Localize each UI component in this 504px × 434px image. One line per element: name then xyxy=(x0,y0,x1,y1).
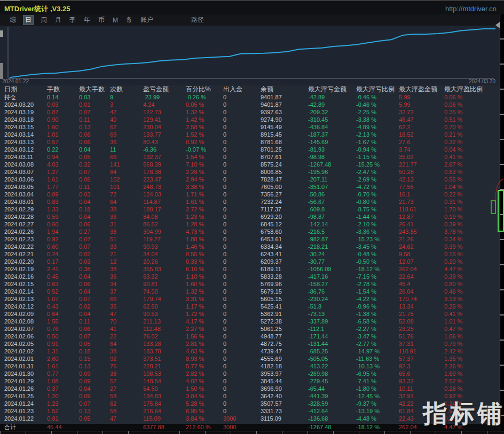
table-row[interactable]: 2024.02.280.590.043684.081.23 %06929.20-… xyxy=(0,213,500,220)
value-cell: 0.09 xyxy=(79,392,110,400)
table-row[interactable]: 2024.02.120.430.023562.501.17 %05425.41-… xyxy=(0,303,500,310)
menu-item-周[interactable]: 周 xyxy=(40,15,48,25)
date-cell: 2024.02.16 xyxy=(4,273,47,280)
menu-item-综[interactable]: 综 xyxy=(9,15,17,25)
value-cell: 0.80 % xyxy=(444,280,500,288)
table-row[interactable]: 2024.03.040.890.0372124.031.71 %07356.27… xyxy=(0,191,500,198)
table-row[interactable]: 2024.03.190.870.0747122.731.32 %09397.63… xyxy=(0,108,500,116)
table-row[interactable]: 2024.03.110.940.0566132.371.54 %08707.61… xyxy=(0,153,500,161)
total-cell: -18.12 % xyxy=(356,424,399,431)
table-row[interactable]: 2024.03.180.900.1140129.411.42 %09274.90… xyxy=(0,116,500,123)
value-cell: 8707.61 xyxy=(261,153,308,161)
value-cell: -2.25 % xyxy=(356,108,399,116)
bottom-ruler-scrollbar[interactable] xyxy=(0,431,504,434)
menu-item-年[interactable]: 年 xyxy=(83,15,91,25)
value-cell: 1.50 % xyxy=(186,385,223,392)
menu-item-路径[interactable]: 路径 xyxy=(190,15,205,25)
table-row[interactable]: 2024.02.150.630.063490.811.60 %05769.96-… xyxy=(0,280,500,288)
table-row[interactable]: 2024.03.200.030.0134.240.05 %09401.87-42… xyxy=(0,101,500,108)
total-cell: 6377.88 xyxy=(143,424,186,431)
table-row[interactable]: 2024.03.084.030.32141568.397.10 %08575.2… xyxy=(0,161,500,168)
value-cell: 0.46 % xyxy=(444,288,500,295)
value-cell: 0.13 xyxy=(79,123,110,131)
stats-table: 日期手数最大手数次数盈亏金额百分比%出入金余额最大浮亏金额最大浮亏比例最大浮盈金… xyxy=(0,85,500,424)
value-cell: -3.45 % xyxy=(356,243,399,250)
menu-item-月[interactable]: 月 xyxy=(54,15,62,25)
value-cell: 1.17 % xyxy=(186,303,223,310)
table-row[interactable]: 2024.03.051.770.11101248.733.38 %07605.0… xyxy=(0,183,500,191)
value-cell: 62.2 xyxy=(399,123,444,131)
menu-item-季[interactable]: 季 xyxy=(68,15,77,25)
table-row[interactable]: 2024.01.291.080.0957148.544.02 %03845.44… xyxy=(0,377,500,385)
table-row[interactable]: 2024.02.081.550.1170211.134.17 %05272.38… xyxy=(0,318,500,325)
table-row[interactable]: 2024.02.270.600.063186.521.28 %06845.12-… xyxy=(0,220,500,228)
menu-item-备[interactable]: 备 xyxy=(125,15,133,25)
table-row[interactable]: 2024.02.220.600.073390.931.46 %06334.34-… xyxy=(0,243,500,250)
value-cell: -171.44 xyxy=(308,333,356,340)
value-cell: 0.79 % xyxy=(444,340,500,348)
table-row[interactable]: 2024.02.160.450.043663.321.10 %05833.28-… xyxy=(0,273,500,280)
table-row[interactable]: 2024.02.021.310.1838183.784.03 %04739.47… xyxy=(0,348,500,355)
table-row[interactable]: 2024.02.210.240.022134.040.55 %06243.41-… xyxy=(0,250,500,258)
menu-item-币[interactable]: 币 xyxy=(97,15,106,25)
value-cell: 1.88 % xyxy=(186,235,223,243)
value-cell: 1.42 % xyxy=(186,116,223,123)
table-row[interactable]: 2024.01.311.610.1376228.215.77 %04182.18… xyxy=(0,362,500,370)
table-row[interactable]: 2024.01.300.770.0938108.532.82 %03953.97… xyxy=(0,370,500,377)
table-row[interactable]: 2024.02.192.410.3838355.836.10 %06189.11… xyxy=(0,265,500,273)
table-row[interactable]: 2024.02.140.520.043774.001.32 %05679.15-… xyxy=(0,288,500,295)
table-row[interactable]: 持仓0.140.039-23.99-0.26 %09401.87-42.89-0… xyxy=(0,93,500,101)
value-cell: 84.08 xyxy=(143,213,186,220)
value-cell: -328.59 xyxy=(308,400,356,407)
table-row[interactable]: 2024.03.061.610.06102223.472.94 %07828.4… xyxy=(0,176,500,183)
value-cell: 0.09 xyxy=(79,370,110,377)
value-cell: 0 xyxy=(223,168,261,176)
website-link[interactable]: http://mtdriver.cn xyxy=(445,5,497,13)
table-row[interactable]: 2024.03.071.270.0784178.382.28 %08006.85… xyxy=(0,168,500,176)
equity-chart: 2024.01.22 2024.03.20 xyxy=(0,26,500,85)
table-row[interactable]: 2024.02.050.910.0564133.282.81 %04872.75… xyxy=(0,340,500,348)
value-cell: 93.32 xyxy=(399,377,444,385)
value-cell: 0 xyxy=(223,183,261,191)
value-cell: 0.57 xyxy=(47,138,79,146)
value-cell: 0.83 xyxy=(47,198,79,206)
value-cell: 1.61 xyxy=(47,176,79,183)
table-row[interactable]: 2024.03.141.010.0669133.771.52 %08915.45… xyxy=(0,131,500,138)
table-row[interactable]: 2024.02.090.640.044790.531.72 %05362.91-… xyxy=(0,310,500,318)
value-cell: 6845.12 xyxy=(261,220,308,228)
value-cell: 188.17 xyxy=(143,206,186,213)
date-cell: 2024.02.20 xyxy=(4,258,47,265)
table-row[interactable]: 2024.02.291.330.1838188.172.72 %07117.37… xyxy=(0,206,500,213)
table-row[interactable]: 2024.02.261.940.2738304.994.73 %06758.60… xyxy=(0,228,500,235)
table-row[interactable]: 2024.01.260.370.042754.501.50 %03696.90-… xyxy=(0,385,500,392)
table-row[interactable]: 2024.02.200.170.031220.260.33 %06209.37-… xyxy=(0,258,500,265)
value-cell: 8781.68 xyxy=(261,138,308,146)
table-row[interactable]: 2024.02.070.760.0641112.482.27 %05061.25… xyxy=(0,325,500,333)
menu-item-账户[interactable]: 账户 xyxy=(139,15,154,25)
value-cell: 0.06 % xyxy=(444,101,500,108)
table-row[interactable]: 2024.03.120.220.0411-6.36-0.07 %08701.25… xyxy=(0,146,500,153)
value-cell: 5061.25 xyxy=(261,325,308,333)
value-cell: 0.07 xyxy=(79,108,110,116)
table-row[interactable]: 2024.03.130.570.063680.430.92 %08781.68-… xyxy=(0,138,500,146)
value-cell: 112.48 xyxy=(143,325,186,333)
table-row[interactable]: 2024.02.012.600.1592373.518.93 %04555.69… xyxy=(0,355,500,362)
value-cell: 5425.41 xyxy=(261,303,308,310)
value-cell: 9397.63 xyxy=(261,108,308,116)
value-cell: 26.41 xyxy=(399,220,444,228)
left-edge-artifact xyxy=(0,30,3,37)
table-row[interactable]: 2024.02.131.070.0766179.743.31 %05605.15… xyxy=(0,295,500,303)
menu-item-M[interactable]: M xyxy=(112,16,119,25)
table-row[interactable]: 2024.02.230.920.0751119.271.88 %06453.61… xyxy=(0,235,500,243)
value-cell: 0.70 % xyxy=(444,123,500,131)
value-cell: 51.76 xyxy=(399,333,444,340)
table-row[interactable]: 2024.03.151.600.1362230.042.58 %09145.49… xyxy=(0,123,500,131)
value-cell: 216.64 xyxy=(143,407,186,415)
value-cell: 1.10 % xyxy=(186,273,223,280)
table-row[interactable]: 2024.03.010.830.0464114.871.61 %07232.24… xyxy=(0,198,500,206)
table-row[interactable]: 2024.02.060.500.072276.021.56 %04948.77-… xyxy=(0,333,500,340)
column-header: 最大浮亏金额 xyxy=(308,85,356,93)
scroll-left-arrow-icon[interactable] xyxy=(495,22,500,28)
value-cell: -0.48 % xyxy=(356,250,399,258)
menu-item-日[interactable]: 日 xyxy=(23,15,34,25)
